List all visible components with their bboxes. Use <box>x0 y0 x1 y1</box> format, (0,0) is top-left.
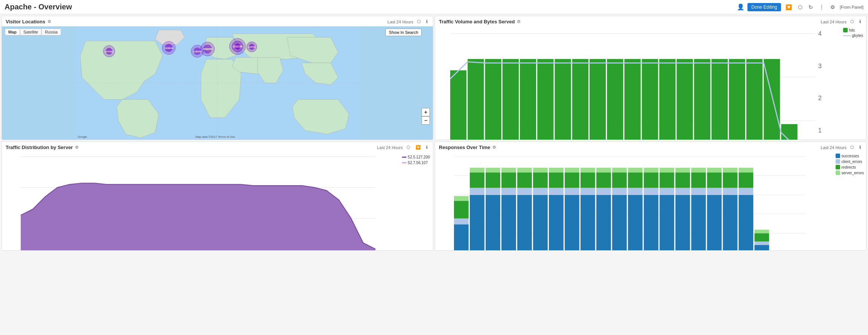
visitor-locations-gear[interactable]: ⚙ <box>47 19 51 24</box>
svg-rect-142 <box>644 195 659 251</box>
traffic-volume-export[interactable]: ⬡ <box>849 18 856 25</box>
legend-gbytes: gbytes <box>843 34 863 38</box>
traffic-distribution-gear[interactable]: ⚙ <box>75 145 79 150</box>
responses-over-time-info[interactable]: ℹ <box>858 144 862 151</box>
legend-successes-label: successes <box>842 154 859 158</box>
svg-rect-141 <box>628 168 643 173</box>
traffic-distribution-svg: 281.5K 187.6K 93.8K 0 4:00 PM 8:00 PM 12… <box>21 154 388 251</box>
legend-server-errors-swatch <box>836 171 840 175</box>
svg-text:1: 1 <box>818 127 822 134</box>
traffic-distribution-filter[interactable]: 🔽 <box>414 144 422 151</box>
traffic-volume-title: Traffic Volume and Bytes Served <box>439 19 515 24</box>
svg-rect-94 <box>454 224 469 251</box>
filter-icon[interactable]: 🔽 <box>784 3 793 11</box>
svg-text:3048918: 3048918 <box>165 47 173 49</box>
visitor-locations-info[interactable]: ℹ <box>425 18 429 25</box>
svg-rect-134 <box>612 195 627 251</box>
svg-rect-45 <box>590 59 606 140</box>
panel-traffic-volume-header: Traffic Volume and Bytes Served ⚙ Last 2… <box>435 16 866 26</box>
panel-traffic-distribution: Traffic Distribution by Server ⚙ Last 24… <box>2 142 433 251</box>
map-tab-satellite[interactable]: Satellite <box>20 29 41 35</box>
traffic-distribution-info[interactable]: ℹ <box>425 144 429 151</box>
responses-over-time-title: Responses Over Time <box>439 145 490 150</box>
svg-rect-152 <box>675 172 690 188</box>
svg-rect-155 <box>691 188 706 195</box>
legend-server2-line <box>402 162 406 163</box>
traffic-distribution-export[interactable]: ⬡ <box>405 144 412 151</box>
svg-rect-147 <box>660 188 674 195</box>
svg-rect-114 <box>533 195 548 251</box>
responses-over-time-gear[interactable]: ⚙ <box>492 145 496 150</box>
legend-hits: hits <box>843 28 863 32</box>
visitor-locations-time: Last 24 Hours <box>388 20 413 24</box>
map-tabs: Map Satellite Russia <box>5 29 61 35</box>
panel-visitor-locations-header: Visitor Locations ⚙ Last 24 Hours ⬡ ℹ <box>2 16 433 26</box>
page-title: Apache - Overview <box>5 3 72 11</box>
panel-traffic-volume: Traffic Volume and Bytes Served ⚙ Last 2… <box>435 16 866 140</box>
svg-rect-108 <box>501 172 516 188</box>
svg-rect-118 <box>549 195 564 251</box>
svg-rect-52 <box>712 59 728 140</box>
svg-rect-40 <box>503 59 519 140</box>
legend-hits-swatch <box>843 28 848 32</box>
world-map-svg: 1532158 4358959 1158258 319752 3048918 <box>2 26 433 140</box>
done-editing-button[interactable]: Done Editing <box>747 3 781 11</box>
svg-rect-145 <box>644 168 659 173</box>
export-icon[interactable]: ⬡ <box>796 3 804 11</box>
svg-rect-153 <box>675 168 690 173</box>
zoom-controls: + − <box>422 108 430 125</box>
svg-rect-157 <box>691 168 706 173</box>
svg-rect-123 <box>565 188 579 195</box>
traffic-distribution-header-right: Last 24 Hours ⬡ 🔽 ℹ <box>377 144 429 151</box>
more-icon[interactable]: ⋮ <box>818 3 826 11</box>
svg-rect-97 <box>454 196 469 201</box>
svg-rect-111 <box>517 188 532 195</box>
traffic-distribution-chart-area: 52.5.127.200 52.7.56.107 281.5K 187.6K 9… <box>2 152 433 251</box>
svg-rect-151 <box>675 188 690 195</box>
zoom-out-button[interactable]: − <box>422 116 430 125</box>
responses-over-time-export[interactable]: ⬡ <box>849 144 856 151</box>
svg-rect-127 <box>581 188 595 195</box>
traffic-volume-info[interactable]: ℹ <box>858 18 862 25</box>
svg-rect-47 <box>624 59 640 140</box>
svg-rect-167 <box>739 188 753 195</box>
svg-text:2: 2 <box>818 94 822 101</box>
svg-rect-144 <box>644 172 659 188</box>
svg-rect-113 <box>517 168 532 173</box>
svg-text:319752: 319752 <box>248 46 255 48</box>
svg-rect-166 <box>739 195 753 251</box>
svg-rect-43 <box>555 59 571 140</box>
responses-over-time-header-right: Last 24 Hours ⬡ ℹ <box>821 144 862 151</box>
svg-rect-115 <box>533 188 548 195</box>
svg-rect-159 <box>707 188 722 195</box>
show-in-search-button[interactable]: Show In Search <box>385 29 422 36</box>
svg-rect-51 <box>694 59 710 140</box>
settings-icon[interactable]: ⚙ <box>829 3 837 11</box>
map-tab-russia[interactable]: Russia <box>41 29 61 35</box>
svg-text:4: 4 <box>818 30 822 37</box>
svg-rect-54 <box>746 59 763 140</box>
svg-rect-146 <box>660 195 674 251</box>
traffic-distribution-legend: 52.5.127.200 52.7.56.107 <box>402 155 430 165</box>
svg-rect-136 <box>612 172 627 188</box>
responses-over-time-time: Last 24 Hours <box>821 145 847 150</box>
legend-client-errors-label: client_errors <box>842 160 862 164</box>
map-tab-map[interactable]: Map <box>5 29 20 35</box>
svg-text:3: 3 <box>818 62 822 69</box>
svg-rect-169 <box>739 168 753 173</box>
traffic-volume-gear[interactable]: ⚙ <box>517 19 521 24</box>
topbar-actions: 👤 Done Editing 🔽 ⬡ ↻ ⋮ ⚙ [From Panel] <box>737 3 863 11</box>
svg-rect-172 <box>755 233 769 242</box>
legend-successes-swatch <box>836 154 840 158</box>
visitor-locations-export[interactable]: ⬡ <box>416 18 422 25</box>
zoom-in-button[interactable]: + <box>422 108 430 116</box>
svg-rect-110 <box>517 195 532 251</box>
svg-rect-101 <box>470 168 484 173</box>
svg-rect-112 <box>517 172 532 188</box>
legend-server-errors: server_errors <box>836 171 864 175</box>
legend-gbytes-line <box>843 35 851 36</box>
refresh-icon[interactable]: ↻ <box>807 3 815 11</box>
svg-rect-46 <box>607 59 623 140</box>
svg-rect-171 <box>755 242 769 245</box>
dashboard: Visitor Locations ⚙ Last 24 Hours ⬡ ℹ Ma… <box>0 14 868 335</box>
